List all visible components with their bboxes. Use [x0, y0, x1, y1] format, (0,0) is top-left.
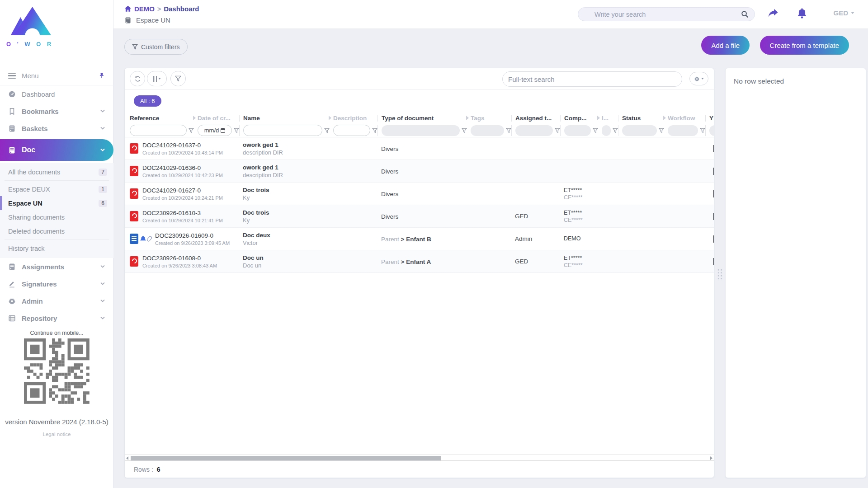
column-header-workflow[interactable]: Workflow	[668, 115, 709, 122]
column-header-date-of-creation[interactable]: Date of cr...	[198, 115, 243, 122]
column-header-comp[interactable]: Comp...	[560, 115, 602, 122]
scroll-right-arrow[interactable]	[710, 456, 712, 460]
filter-description	[333, 125, 381, 136]
funnel-icon[interactable]	[555, 128, 560, 133]
sidebar-item-all-documents[interactable]: All the documents 7	[0, 165, 113, 179]
sidebar-item-deleted-documents[interactable]: Deleted documents	[0, 224, 113, 238]
sidebar: O ' W O R K Menu Dashboard Bookmarks B	[0, 0, 113, 488]
filter-description-input[interactable]	[333, 125, 370, 136]
type-value: > Enfant A	[401, 258, 431, 265]
scroll-left-arrow[interactable]	[126, 456, 128, 460]
table-settings-button[interactable]	[689, 72, 708, 85]
custom-filters-button[interactable]: Custom filters	[124, 39, 188, 55]
horizontal-scrollbar[interactable]	[125, 455, 714, 461]
sidebar-item-espace-un[interactable]: Espace UN 6	[0, 196, 113, 210]
assigned-cell: Admin	[515, 235, 564, 242]
table-row[interactable]: DOC241029-01636-0 Created on 10/29/2024 …	[125, 160, 714, 183]
funnel-icon[interactable]	[593, 128, 598, 133]
clip-file-icon	[146, 235, 153, 242]
table-row[interactable]: DOC230926-01609-0 Created on 9/26/2023 3…	[125, 228, 714, 250]
sidebar-item-sharing-documents[interactable]: Sharing documents	[0, 210, 113, 224]
expand-arrow-icon[interactable]	[663, 116, 666, 120]
expand-arrow-icon[interactable]	[329, 116, 331, 120]
chevron-down-icon	[851, 12, 854, 14]
table-row[interactable]: DOC241029-01627-0 Created on 10/29/2024 …	[125, 183, 714, 205]
table-row[interactable]: DOC230926-01608-0 Created on 9/26/2023 3…	[125, 250, 714, 273]
funnel-icon[interactable]	[324, 128, 330, 133]
column-header-tags[interactable]: Tags	[471, 115, 515, 122]
assigned-cell: GED	[515, 258, 564, 265]
sidebar-item-doc[interactable]: Doc	[0, 139, 113, 161]
funnel-icon[interactable]	[613, 128, 618, 133]
column-header-y[interactable]: Y	[705, 115, 714, 122]
documents-table-card: All : 6 Reference Date of cr... Name Des…	[124, 68, 714, 478]
expand-arrow-icon[interactable]	[466, 116, 469, 120]
sidebar-item-espace-deux[interactable]: Espace DEUX 1	[0, 182, 113, 196]
column-header-description[interactable]: Description	[333, 115, 381, 122]
filter-reference-input[interactable]	[130, 125, 187, 136]
sidebar-item-assignments[interactable]: Assignments	[0, 258, 113, 275]
sidebar-item-signatures[interactable]: Signatures	[0, 275, 113, 292]
sidebar-menu-header: Menu	[0, 66, 113, 85]
chevron-down-icon	[100, 316, 105, 320]
sidebar-item-dashboard[interactable]: Dashboard	[0, 85, 113, 103]
document-name: Doc trois	[243, 209, 330, 216]
refresh-button[interactable]	[130, 71, 145, 86]
table-row[interactable]: DOC241029-01637-0 Created on 10/29/2024 …	[125, 137, 714, 160]
funnel-icon[interactable]	[506, 128, 511, 133]
sidebar-item-baskets[interactable]: Baskets	[0, 120, 113, 137]
funnel-icon[interactable]	[462, 128, 467, 133]
column-header-type[interactable]: Type of document	[377, 115, 471, 122]
breadcrumb-current[interactable]: Dashboard	[164, 5, 199, 13]
column-header-assigned[interactable]: Assigned t...	[511, 115, 564, 122]
funnel-icon[interactable]	[659, 128, 664, 133]
add-file-button[interactable]: Add a file	[701, 36, 750, 55]
pin-icon[interactable]	[98, 72, 105, 80]
sidebar-item-history-track[interactable]: History track	[0, 241, 113, 255]
clipped-text-fragment	[713, 258, 714, 265]
all-count-chip[interactable]: All : 6	[134, 95, 161, 107]
document-subtitle: Doc un	[243, 262, 330, 269]
sidebar-item-repository[interactable]: Repository	[0, 310, 113, 327]
pdf-file-icon	[130, 166, 138, 176]
document-icons	[130, 188, 138, 199]
sidebar-item-admin[interactable]: Admin	[0, 292, 113, 310]
document-reference: DOC230926-01610-3	[142, 210, 223, 216]
expand-arrow-icon[interactable]	[597, 116, 600, 120]
funnel-icon[interactable]	[189, 128, 194, 133]
legal-notice-link[interactable]: Legal notice	[0, 432, 113, 437]
funnel-icon[interactable]	[234, 128, 239, 133]
table-row[interactable]: DOC230926-01610-3 Created on 10/29/2024 …	[125, 205, 714, 228]
comp-cell	[564, 171, 602, 172]
column-header-reference[interactable]: Reference	[130, 115, 198, 122]
column-header-status[interactable]: Status	[618, 115, 668, 122]
book-icon	[8, 263, 16, 271]
expand-arrow-icon[interactable]	[193, 116, 196, 120]
refresh-icon	[134, 75, 141, 82]
hamburger-icon[interactable]	[8, 73, 16, 79]
funnel-icon[interactable]	[372, 128, 377, 133]
columns-button[interactable]	[147, 71, 167, 86]
document-name: owork ged 1	[243, 141, 330, 148]
create-from-template-button[interactable]: Create from a template	[760, 36, 849, 55]
notifications-bell-icon[interactable]	[797, 8, 807, 19]
global-search-input[interactable]	[594, 11, 741, 18]
filter-button[interactable]	[170, 71, 186, 86]
document-created-date: Created on 10/29/2024 10:24:21 PM	[142, 195, 223, 201]
panel-resize-handle[interactable]	[717, 268, 723, 281]
filter-date-input[interactable]: mm/d	[198, 125, 232, 136]
filter-date: mm/d	[198, 125, 243, 136]
word-file-icon	[130, 234, 138, 244]
user-menu[interactable]: GED	[833, 9, 854, 17]
breadcrumb-root[interactable]: DEMO	[134, 5, 155, 13]
filter-name-input[interactable]	[243, 125, 322, 136]
fulltext-search-input[interactable]	[508, 75, 676, 83]
funnel-icon[interactable]	[700, 128, 705, 133]
home-icon[interactable]	[124, 5, 132, 12]
share-icon[interactable]	[768, 8, 778, 18]
search-icon[interactable]	[741, 10, 749, 19]
app-logo[interactable]: O ' W O R K	[6, 5, 57, 47]
scrollbar-thumb[interactable]	[131, 456, 441, 460]
sidebar-item-bookmarks[interactable]: Bookmarks	[0, 103, 113, 120]
column-header-name[interactable]: Name	[239, 115, 333, 122]
